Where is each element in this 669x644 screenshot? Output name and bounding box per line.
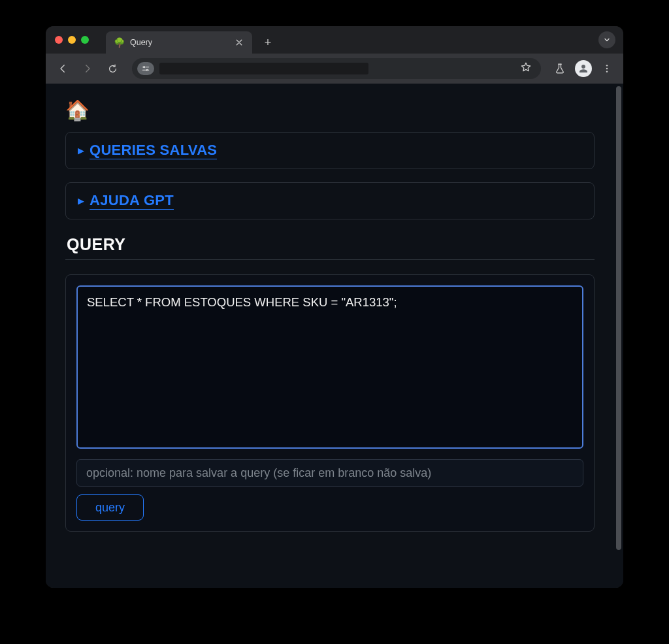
browser-window: 🌳 Query + [46,26,623,588]
viewport: 🏠 ▶ QUERIES SALVAS ▶ AJUDA GPT QUE [46,84,623,588]
svg-point-3 [606,68,608,69]
tabs-dropdown-button[interactable] [598,31,615,48]
home-link-icon[interactable]: 🏠 [65,101,90,120]
bookmark-star-icon[interactable] [516,61,536,76]
sql-textarea[interactable] [76,285,583,449]
nav-reload-button[interactable] [102,58,123,79]
query-name-input[interactable] [76,459,583,487]
nav-back-button[interactable] [52,58,73,79]
new-tab-button[interactable]: + [259,33,277,52]
disclosure-arrow-icon: ▶ [78,146,84,155]
scrollbar-vertical[interactable] [614,84,623,588]
window-maximize-button[interactable] [81,36,89,44]
tab-strip: 🌳 Query + [46,26,623,54]
profile-avatar-button[interactable] [574,59,593,78]
collapsible-title: QUERIES SALVAS [90,142,217,159]
query-form-panel: query [65,274,595,532]
window-close-button[interactable] [55,36,63,44]
browser-menu-button[interactable] [597,59,617,78]
tab-favicon-icon: 🌳 [114,38,125,47]
scrollbar-thumb[interactable] [616,86,621,550]
nav-forward-button[interactable] [77,58,98,79]
section-heading-query: QUERY [65,235,595,254]
tab-title: Query [130,38,229,47]
section-divider [65,259,595,260]
svg-point-4 [606,71,608,72]
window-minimize-button[interactable] [68,36,76,44]
collapsible-ajuda-gpt[interactable]: ▶ AJUDA GPT [65,182,595,219]
tab-active[interactable]: 🌳 Query [106,31,252,54]
address-bar[interactable] [132,58,541,79]
disclosure-arrow-icon: ▶ [78,196,84,206]
browser-toolbar [46,54,623,84]
url-text [159,63,368,74]
toolbar-right [550,59,617,78]
site-settings-icon[interactable] [137,62,154,75]
window-controls [55,26,106,54]
tab-close-icon[interactable] [234,37,244,48]
svg-point-2 [606,65,608,66]
collapsible-queries-salvas[interactable]: ▶ QUERIES SALVAS [65,132,595,169]
page-content: 🏠 ▶ QUERIES SALVAS ▶ AJUDA GPT QUE [46,84,614,588]
avatar-icon [575,60,592,77]
labs-flask-icon[interactable] [550,59,570,78]
collapsible-title: AJUDA GPT [90,192,174,210]
query-submit-button[interactable]: query [76,494,144,521]
